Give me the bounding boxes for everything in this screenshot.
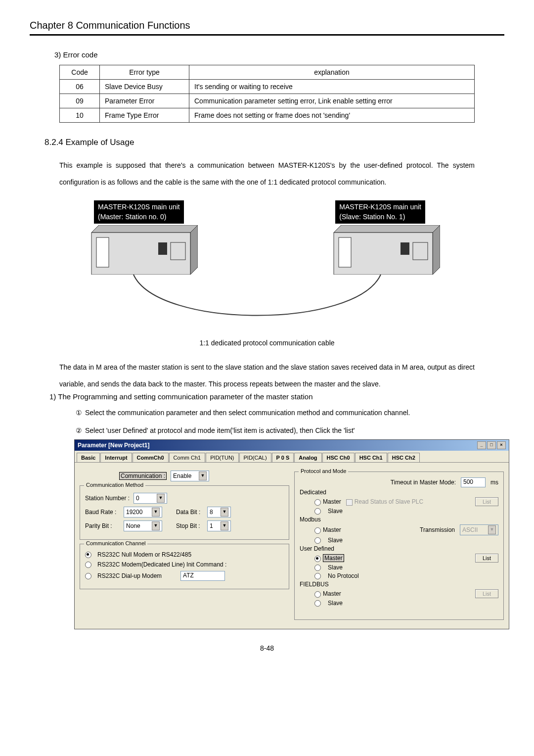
radio-null-modem[interactable] (85, 552, 91, 558)
dialog-titlebar[interactable]: Parameter [New Project1] _ □ × (75, 440, 509, 451)
tab-commch0[interactable]: CommCh0 (133, 453, 169, 462)
parity-select[interactable]: None▼ (124, 520, 162, 531)
tab-basic[interactable]: Basic (77, 453, 100, 462)
tab-hscch0[interactable]: HSC Ch0 (322, 453, 355, 462)
cable-icon (59, 200, 475, 334)
tab-interrupt[interactable]: Interrupt (100, 453, 132, 462)
circled-2-icon: ② (74, 424, 83, 437)
station-label: Station Number : (85, 495, 130, 502)
tab-pidcal[interactable]: PID(CAL) (239, 453, 271, 462)
databit-label: Data Bit : (176, 509, 203, 516)
radio-userdef-slave[interactable] (314, 565, 321, 571)
maximize-button[interactable]: □ (487, 441, 496, 449)
minimize-button[interactable]: _ (477, 441, 486, 449)
check-read-status (346, 499, 353, 506)
user-defined-label: User Defined (300, 545, 498, 552)
dropdown-icon[interactable]: ▼ (152, 508, 160, 517)
chapter-title: Chapter 8 Communication Functions (30, 20, 504, 33)
timeout-label: Timeout in Master Mode: (391, 479, 456, 486)
stopbit-select[interactable]: 1▼ (207, 520, 231, 531)
close-button[interactable]: × (497, 441, 506, 449)
circled-1-icon: ① (74, 406, 83, 420)
protocol-mode-group: Protocol and Mode Timeout in Master Mode… (294, 472, 504, 620)
tab-commch1[interactable]: Comm Ch1 (169, 453, 206, 462)
page-number: 8-48 (30, 644, 504, 652)
dedicated-label: Dedicated (300, 489, 498, 496)
tab-pos[interactable]: P 0 S (272, 453, 294, 462)
step-2: ② Select 'user Defined' at protocol and … (74, 424, 475, 437)
dialog-title: Parameter [New Project1] (78, 442, 149, 449)
radio-modbus-master[interactable] (314, 527, 321, 534)
dropdown-icon[interactable]: ▼ (157, 494, 165, 503)
programming-heading: 1) The Programming and setting communica… (49, 392, 475, 401)
baud-select[interactable]: 19200▼ (124, 507, 162, 518)
communication-select[interactable]: Enable▼ (171, 471, 209, 481)
radio-dedicated-modem[interactable] (85, 562, 91, 568)
step-1: ① Select the communication parameter and… (74, 406, 475, 420)
dialog-tabs: Basic Interrupt CommCh0 Comm Ch1 PID(TUN… (75, 451, 509, 462)
col-code: Code (60, 65, 100, 80)
transmission-label: Transmission (420, 526, 455, 533)
radio-fieldbus-master[interactable] (314, 591, 321, 598)
list-button-fieldbus: List (475, 589, 498, 598)
radio-no-protocol[interactable] (314, 573, 321, 579)
dropdown-icon: ▼ (488, 525, 496, 534)
table-row: 06 Slave Device Busy It's sending or wai… (60, 80, 475, 94)
table-row: 09 Parameter Error Communication paramet… (60, 94, 475, 108)
error-code-heading: 3) Error code (54, 50, 504, 59)
radio-dialup-modem[interactable] (85, 573, 91, 579)
communication-channel-group: Communication Channel RS232C Null Modem … (80, 544, 289, 589)
dropdown-icon[interactable]: ▼ (199, 472, 207, 480)
databit-select[interactable]: 8▼ (207, 507, 231, 518)
radio-userdef-master[interactable] (314, 556, 321, 562)
list-button-dedicated: List (475, 497, 498, 506)
modbus-label: Modbus (300, 516, 498, 523)
transmission-select: ASCII▼ (460, 524, 498, 535)
baud-label: Baud Rate : (85, 509, 120, 516)
radio-modbus-slave[interactable] (314, 537, 321, 544)
diagram-caption: 1:1 dedicated protocol communication cab… (30, 339, 504, 347)
body-paragraph-2: The data in M area of the master station… (59, 359, 475, 392)
radio-fieldbus-slave[interactable] (314, 600, 321, 607)
parity-label: Parity Bit : (85, 522, 120, 529)
tab-hscch1[interactable]: HSC Ch1 (355, 453, 387, 462)
station-select[interactable]: 0▼ (134, 493, 167, 504)
error-code-table: Code Error type explanation 06 Slave Dev… (59, 65, 475, 123)
communication-method-group: Communication Method Station Number : 0▼… (80, 485, 289, 540)
tab-hscch2[interactable]: HSC Ch2 (388, 453, 420, 462)
dropdown-icon[interactable]: ▼ (152, 521, 160, 530)
fieldbus-label: FIELDBUS (300, 581, 498, 588)
body-paragraph: This example is supposed that there's a … (59, 157, 475, 190)
table-row: 10 Frame Type Error Frame does not setti… (60, 108, 475, 123)
divider (30, 34, 504, 36)
parameter-dialog: Parameter [New Project1] _ □ × Basic Int… (74, 439, 509, 629)
dropdown-icon[interactable]: ▼ (221, 508, 228, 517)
init-command-input[interactable]: ATZ (180, 571, 225, 581)
col-type: Error type (100, 65, 189, 80)
system-diagram: MASTER-K120S main unit (Master: Station … (59, 200, 475, 334)
tab-pidtun[interactable]: PID(TUN) (206, 453, 238, 462)
communication-label: Communication : (119, 472, 167, 480)
radio-dedicated-master[interactable] (314, 499, 321, 506)
section-title: 8.2.4 Example of Usage (44, 138, 504, 147)
list-button-userdef[interactable]: List (475, 554, 498, 563)
stopbit-label: Stop Bit : (176, 522, 203, 529)
dropdown-icon[interactable]: ▼ (221, 521, 228, 530)
col-expl: explanation (189, 65, 475, 80)
timeout-input[interactable]: 500 (461, 477, 486, 487)
radio-dedicated-slave[interactable] (314, 508, 321, 515)
tab-analog[interactable]: Analog (294, 453, 321, 462)
